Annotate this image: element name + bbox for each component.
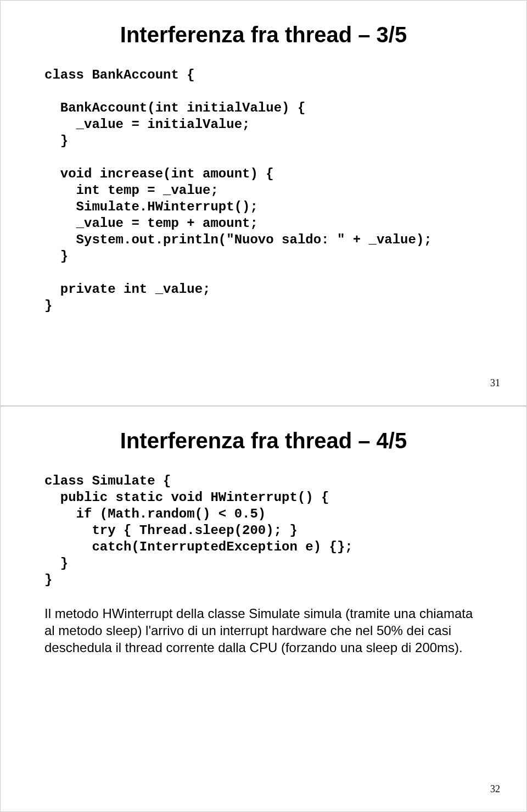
code-block: class Simulate { public static void HWin… [44,473,483,588]
slide-1: Interferenza fra thread – 3/5 class Bank… [0,0,527,406]
slide-title: Interferenza fra thread – 3/5 [44,23,483,47]
code-block: class BankAccount { BankAccount(int init… [44,67,483,314]
slide-title: Interferenza fra thread – 4/5 [44,429,483,453]
body-paragraph: Il metodo HWinterrupt della classe Simul… [44,605,483,657]
page-number: 32 [490,783,500,795]
slide-2: Interferenza fra thread – 4/5 class Simu… [0,406,527,812]
page-number: 31 [490,377,500,389]
